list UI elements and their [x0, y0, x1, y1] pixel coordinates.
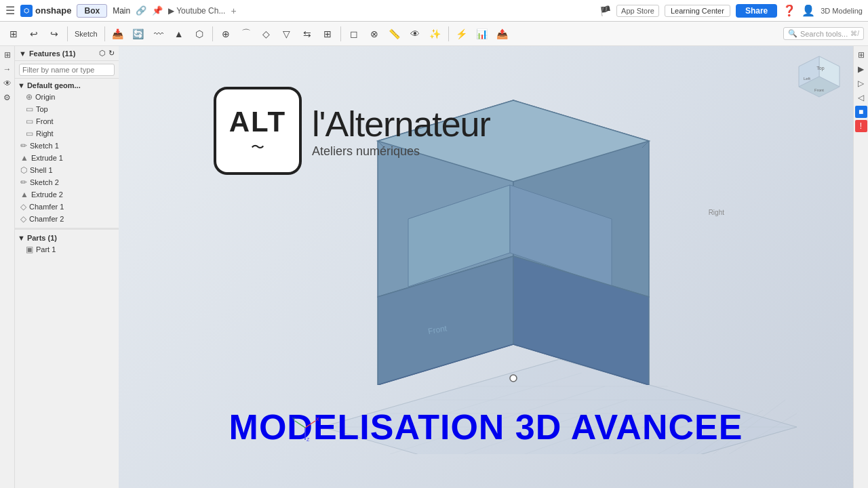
features-title: Features (11) — [29, 49, 96, 58]
simulation-button[interactable]: ⚡ — [452, 24, 471, 43]
hamburger-icon[interactable]: ☰ — [5, 4, 15, 17]
feature-label: Top — [36, 105, 48, 113]
parts-group[interactable]: ▼ Parts (1) — [15, 232, 119, 243]
learning-center-button[interactable]: Learning Center — [665, 5, 730, 17]
features-divider — [15, 228, 119, 230]
document-title[interactable]: Box — [77, 4, 107, 18]
rail-icon-gear[interactable]: ⚙ — [1, 92, 14, 104]
svg-text:X: X — [316, 417, 319, 422]
rail-icon-tools[interactable]: ⊞ — [1, 49, 14, 61]
undo-button[interactable]: ↩ — [24, 24, 43, 43]
feature-front[interactable]: ▭ Front — [15, 115, 119, 127]
analysis-button[interactable]: 📊 — [473, 24, 492, 43]
plane-icon: ▭ — [26, 104, 33, 114]
tab-main[interactable]: Main — [113, 6, 130, 16]
default-geometry-group[interactable]: ▼ Default geom... — [15, 80, 119, 91]
feature-chamfer2[interactable]: ◇ Chamfer 2 — [15, 213, 119, 225]
main-area: ⊞ → 👁 ⚙ ▼ Features (11) ⬡ ↻ ▼ Default ge… — [0, 46, 868, 488]
keyboard-shortcut: ⌘/ — [850, 30, 859, 37]
measure-button[interactable]: 📏 — [385, 24, 404, 43]
sweep-button[interactable]: 〰 — [149, 24, 168, 43]
collapse-icon: ▼ — [18, 234, 25, 242]
pattern-button[interactable]: ⊞ — [318, 24, 337, 43]
logo: ⬡ onshape — [20, 5, 71, 17]
tools-menu-button[interactable]: ⊞ — [4, 24, 23, 43]
mirror-button[interactable]: ⇆ — [298, 24, 317, 43]
rail-icon-arrow[interactable]: → — [1, 63, 14, 75]
alt-wave: 〜 — [251, 138, 264, 157]
view-button[interactable]: 👁 — [406, 24, 425, 43]
view-cube[interactable]: Top Left Front — [792, 53, 846, 107]
feature-label: Sketch 1 — [30, 142, 59, 150]
render-button[interactable]: ✨ — [426, 24, 445, 43]
fillet-button[interactable]: ⌒ — [237, 24, 256, 43]
feature-extrude2[interactable]: ▲ Extrude 2 — [15, 188, 119, 201]
right-rail-alert[interactable]: ! — [855, 120, 867, 132]
sketch-tool[interactable]: Sketch — [71, 28, 101, 39]
feature-label: Extrude 2 — [31, 190, 63, 199]
feature-sketch2[interactable]: ✏ Sketch 2 — [15, 176, 119, 188]
extrude-icon: ▲ — [20, 153, 28, 163]
feature-label: Front — [36, 117, 54, 125]
alt-logo: ALT 〜 — [214, 87, 302, 175]
mate-button[interactable]: ⊗ — [365, 24, 384, 43]
app-store-button[interactable]: App Store — [616, 5, 659, 17]
redo-button[interactable]: ↪ — [45, 24, 64, 43]
toolbar-separator-2 — [104, 26, 105, 41]
shell-button[interactable]: ⬡ — [190, 24, 209, 43]
feature-origin[interactable]: ⊕ Origin — [15, 91, 119, 103]
export-button[interactable]: 📤 — [493, 24, 512, 43]
share-button[interactable]: Share — [736, 4, 777, 18]
features-filter[interactable] — [15, 61, 119, 79]
main-toolbar: ⊞ ↩ ↪ Sketch 📥 🔄 〰 ▲ ⬡ ⊕ ⌒ ◇ ▽ ⇆ ⊞ ◻ ⊗ 📏… — [0, 22, 868, 46]
feature-extrude1[interactable]: ▲ Extrude 1 — [15, 152, 119, 164]
feature-label: Extrude 1 — [31, 154, 63, 162]
right-rail-icon-3[interactable]: ▷ — [855, 77, 867, 89]
feature-sketch1[interactable]: ✏ Sketch 1 — [15, 140, 119, 152]
search-tools-box[interactable]: 🔍 Search tools... ⌘/ — [783, 27, 864, 40]
import-button[interactable]: 📥 — [108, 24, 127, 43]
help-icon[interactable]: ❓ — [783, 4, 796, 17]
features-list: ▼ Default geom... ⊕ Origin ▭ Top ▭ Front… — [15, 79, 119, 488]
extrude-button[interactable]: ▲ — [170, 24, 189, 43]
feature-part1[interactable]: ▣ Part 1 — [15, 243, 119, 256]
chamfer-icon: ◇ — [20, 202, 26, 211]
pin-icon: 📌 — [152, 5, 163, 16]
feature-chamfer1[interactable]: ◇ Chamfer 1 — [15, 201, 119, 213]
group-label: Default geom... — [27, 81, 81, 89]
right-rail-active[interactable]: ■ — [855, 106, 867, 118]
origin-icon: ⊕ — [26, 92, 33, 102]
filter-input[interactable] — [19, 64, 115, 76]
add-tab-icon[interactable]: + — [231, 5, 236, 16]
svg-text:Front: Front — [814, 88, 824, 92]
mode-label[interactable]: 3D Modeling — [821, 7, 863, 15]
feature-label: Chamfer 1 — [29, 203, 64, 211]
svg-line-38 — [305, 421, 315, 428]
top-navigation: ☰ ⬡ onshape Box Main 🔗 📌 ▶ Youtube Ch...… — [0, 0, 868, 22]
3d-box-svg: Front — [296, 87, 690, 385]
plane-icon: ▭ — [26, 117, 33, 126]
feature-shell1[interactable]: ⬡ Shell 1 — [15, 164, 119, 176]
shell-icon: ⬡ — [20, 165, 27, 175]
boolean-button[interactable]: ⊕ — [216, 24, 235, 43]
3d-viewport[interactable]: Front Right ALT 〜 l'Alternateur Ateliers… — [119, 46, 853, 488]
right-rail-icon-1[interactable]: ⊞ — [855, 49, 867, 61]
features-refresh-icon[interactable]: ↻ — [108, 49, 115, 58]
feature-label: Right — [36, 129, 54, 138]
draft-button[interactable]: ▽ — [277, 24, 296, 43]
user-icon[interactable]: 👤 — [802, 4, 815, 17]
right-rail-icon-2[interactable]: ▶ — [855, 63, 867, 75]
chamfer-button[interactable]: ◇ — [257, 24, 276, 43]
collapse-icon: ▼ — [18, 81, 25, 89]
rail-icon-eye[interactable]: 👁 — [1, 77, 14, 89]
plane-button[interactable]: ◻ — [344, 24, 363, 43]
search-icon: 🔍 — [788, 29, 797, 38]
right-rail-icon-4[interactable]: ◁ — [855, 92, 867, 104]
features-collapse-icon[interactable]: ⬡ — [99, 49, 106, 58]
revolve-button[interactable]: 🔄 — [129, 24, 148, 43]
features-expand-icon[interactable]: ▼ — [19, 49, 26, 58]
tab-youtube[interactable]: ▶ Youtube Ch... — [168, 6, 225, 16]
feature-top[interactable]: ▭ Top — [15, 103, 119, 115]
group-label: Parts (1) — [27, 234, 57, 242]
feature-right[interactable]: ▭ Right — [15, 127, 119, 140]
